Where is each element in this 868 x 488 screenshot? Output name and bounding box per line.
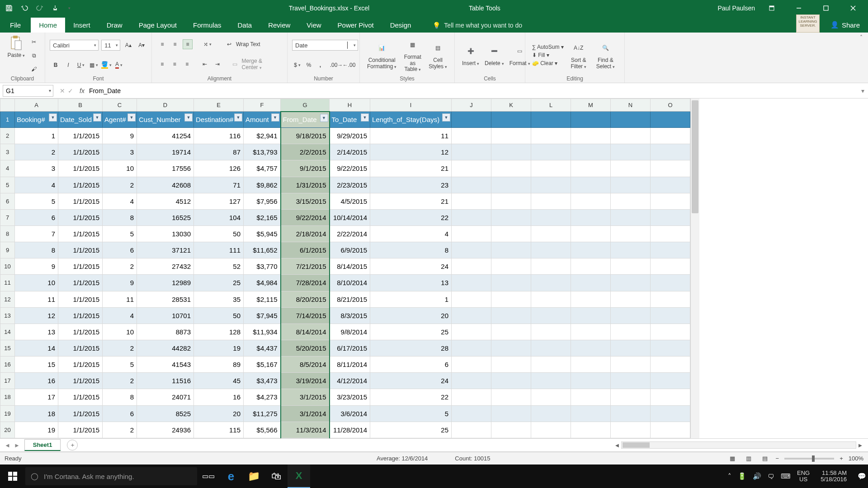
cell[interactable]: [571, 357, 611, 373]
col-header-D[interactable]: D: [137, 99, 194, 112]
cell[interactable]: 50: [194, 225, 244, 242]
cell[interactable]: 42608: [137, 177, 194, 193]
cell[interactable]: 16525: [137, 209, 194, 225]
cell[interactable]: 18: [15, 405, 58, 422]
cell[interactable]: $7,956: [244, 193, 281, 209]
cell[interactable]: [651, 275, 690, 291]
cell[interactable]: 6: [103, 405, 137, 422]
cell[interactable]: [531, 258, 571, 275]
cell[interactable]: 5: [15, 193, 58, 209]
sort-filter-button[interactable]: A↓Z Sort & Filter: [568, 40, 589, 70]
conditional-formatting-button[interactable]: 📊 Conditional Formatting: [364, 40, 399, 70]
cell[interactable]: 1/1/2015: [58, 209, 103, 225]
scroll-right-icon[interactable]: ►: [856, 442, 864, 449]
cell[interactable]: [571, 324, 611, 340]
cell[interactable]: 35: [194, 291, 244, 307]
cell[interactable]: [452, 242, 491, 258]
task-view-icon[interactable]: ▭▭: [197, 465, 220, 488]
number-format-combo[interactable]: Date: [292, 40, 358, 51]
cell[interactable]: 23: [370, 177, 452, 193]
delete-cells-button[interactable]: ➖ Delete: [482, 43, 507, 67]
close-icon[interactable]: [843, 0, 863, 16]
start-button[interactable]: [0, 472, 25, 481]
cell[interactable]: 9/18/2015: [281, 128, 330, 144]
cell[interactable]: $4,757: [244, 160, 281, 177]
cell[interactable]: 45: [194, 373, 244, 389]
cell[interactable]: 9: [103, 128, 137, 144]
cell[interactable]: [491, 258, 531, 275]
cell[interactable]: [491, 160, 531, 177]
filter-dropdown-icon[interactable]: ▼: [271, 113, 279, 122]
cell[interactable]: [452, 307, 491, 324]
cell[interactable]: [452, 340, 491, 356]
filter-dropdown-icon[interactable]: ▼: [442, 113, 450, 122]
cell[interactable]: [491, 389, 531, 405]
cell[interactable]: 13030: [137, 225, 194, 242]
cell[interactable]: 9/22/2015: [330, 160, 370, 177]
cell[interactable]: 41543: [137, 357, 194, 373]
filter-dropdown-icon[interactable]: ▼: [93, 113, 101, 122]
cell[interactable]: [651, 307, 690, 324]
cell[interactable]: $7,945: [244, 307, 281, 324]
hscroll-thumb[interactable]: [623, 442, 650, 448]
select-all-cell[interactable]: [0, 99, 15, 112]
keyboard-icon[interactable]: ⌨: [781, 472, 791, 480]
cell[interactable]: 9/29/2015: [330, 128, 370, 144]
cell[interactable]: [452, 112, 491, 128]
cell[interactable]: 2: [103, 177, 137, 193]
cell[interactable]: [651, 177, 690, 193]
col-header-F[interactable]: F: [244, 99, 281, 112]
col-header-H[interactable]: H: [330, 99, 370, 112]
cell[interactable]: 6/1/2015: [281, 242, 330, 258]
cell[interactable]: 89: [194, 357, 244, 373]
cell[interactable]: 28531: [137, 291, 194, 307]
align-middle-icon[interactable]: ≡: [170, 39, 180, 49]
ribbon-tab-draw[interactable]: Draw: [99, 18, 131, 33]
cell[interactable]: $2,941: [244, 128, 281, 144]
cell[interactable]: 11: [103, 291, 137, 307]
cell[interactable]: 24: [370, 258, 452, 275]
col-header-A[interactable]: A: [15, 99, 58, 112]
row-header[interactable]: 12: [0, 291, 15, 307]
find-select-button[interactable]: 🔍 Find & Select: [594, 40, 618, 70]
cell[interactable]: [452, 258, 491, 275]
cell[interactable]: [651, 160, 690, 177]
table-header-cell[interactable]: To_Date▼: [330, 112, 370, 128]
row-header[interactable]: 17: [0, 373, 15, 389]
cell[interactable]: 22: [370, 389, 452, 405]
scrollbar-thumb[interactable]: [692, 100, 698, 213]
cortana-search[interactable]: ◯ I'm Cortana. Ask me anything.: [25, 467, 197, 485]
cell[interactable]: [491, 209, 531, 225]
cell[interactable]: [651, 324, 690, 340]
cell[interactable]: 115: [194, 422, 244, 438]
cell[interactable]: [611, 340, 651, 356]
cell[interactable]: [452, 422, 491, 438]
cell[interactable]: 1/1/2015: [58, 128, 103, 144]
ribbon-tab-view[interactable]: View: [298, 18, 329, 33]
col-header-O[interactable]: O: [651, 99, 690, 112]
zoom-level[interactable]: 100%: [849, 455, 863, 462]
cell[interactable]: [491, 340, 531, 356]
normal-view-icon[interactable]: ▦: [727, 454, 738, 463]
cell[interactable]: 25: [194, 275, 244, 291]
next-sheet-icon[interactable]: ►: [14, 442, 20, 449]
cell[interactable]: [651, 389, 690, 405]
cell[interactable]: [452, 193, 491, 209]
cell[interactable]: 8/10/2014: [330, 275, 370, 291]
cell[interactable]: [531, 242, 571, 258]
zoom-slider[interactable]: [784, 458, 834, 460]
align-right-icon[interactable]: ≡: [182, 59, 192, 69]
copy-icon[interactable]: ⧉: [29, 51, 39, 61]
borders-icon[interactable]: ▦: [89, 60, 99, 70]
expand-formula-bar-icon[interactable]: ▾: [857, 87, 868, 94]
cell[interactable]: [452, 144, 491, 160]
cell[interactable]: 8/14/2015: [330, 258, 370, 275]
cell[interactable]: $11,275: [244, 405, 281, 422]
table-header-cell[interactable]: Cust_Number▼: [137, 112, 194, 128]
cell[interactable]: [452, 275, 491, 291]
cell[interactable]: [452, 177, 491, 193]
cell[interactable]: [491, 307, 531, 324]
cell[interactable]: 12989: [137, 275, 194, 291]
cell[interactable]: [531, 405, 571, 422]
ribbon-display-icon[interactable]: [761, 0, 782, 16]
